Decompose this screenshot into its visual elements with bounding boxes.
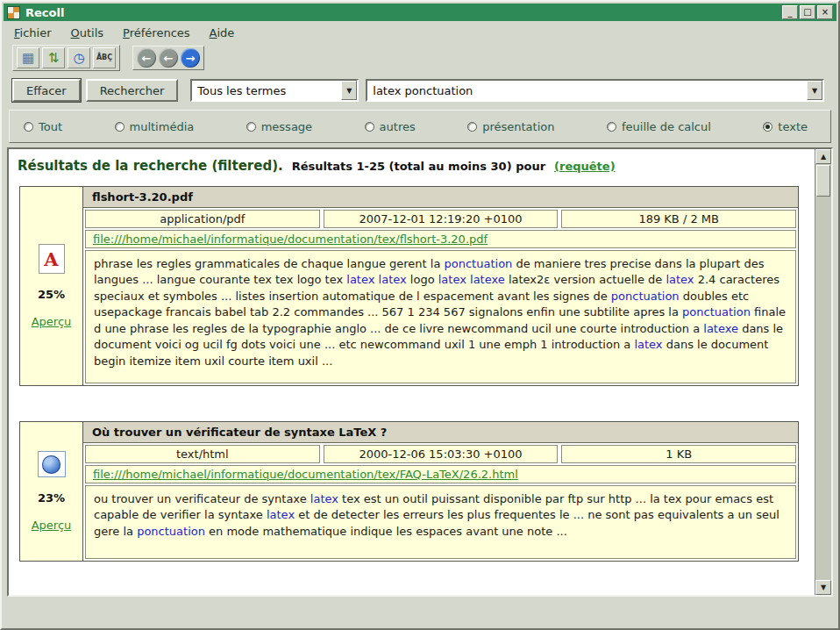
filter-tout[interactable]: Tout [24,120,62,133]
vertical-scrollbar[interactable]: ▲ ▼ [815,149,831,595]
window-title: Recoll [25,6,64,19]
filter-label: présentation [482,120,554,133]
filter-label: message [261,120,312,133]
filter-presentation[interactable]: présentation [467,120,554,133]
search-mode-select[interactable]: Tous les termes ▼ [190,79,359,102]
chevron-down-icon[interactable]: ▼ [807,81,822,100]
clear-button[interactable]: Effacer [12,79,81,102]
result-date: 2000-12-06 15:03:30 +0100 [324,445,559,463]
relevance-percent: 25% [38,288,65,301]
left-arrow-icon: ← [164,52,174,65]
result-card: 23%AperçuOù trouver un vérificateur de s… [19,421,799,562]
result-left-col: 23%Aperçu [20,422,83,561]
result-title: flshort-3.20.pdf [83,187,798,208]
menu-item-preferences[interactable]: Préférences [123,26,189,39]
radio-icon [763,122,772,132]
table-clear-icon: ▦ [22,52,34,65]
recoll-window: Recoll _ □ × FichierOutilsPréférencesAid… [0,0,840,630]
preview-link[interactable]: Aperçu [32,315,72,328]
radio-icon [365,122,374,132]
close-button[interactable]: × [817,5,833,19]
highlighted-term: latexe [703,322,738,335]
clear-search-button[interactable]: ▦ [17,47,39,68]
recoll-app-icon [7,6,20,19]
result-snippet: phrase les regles grammaticales de chaqu… [85,250,796,383]
menu-item-outils[interactable]: Outils [71,26,104,39]
highlighted-term: ponctuation [445,257,513,270]
menu-item-fichier[interactable]: Fichier [14,26,52,39]
filter-autres[interactable]: autres [365,120,416,133]
clock-icon: ◷ [73,52,84,65]
highlighted-term: ponctuation [611,290,680,303]
stats-prefix: Résultats [292,160,352,173]
scroll-up-icon[interactable]: ▲ [815,149,831,164]
next-page-button[interactable]: → [181,48,200,68]
chevron-down-icon[interactable]: ▼ [341,81,357,100]
result-url-link[interactable]: file:///home/michael/informatique/docume… [93,468,518,481]
highlighted-term: latex [310,492,338,505]
scroll-down-icon[interactable]: ▼ [815,580,831,595]
results-area: Résultats de la recherche (filtered). Ré… [9,149,815,595]
query-input[interactable]: latex ponctuation ▼ [366,79,824,102]
history-button[interactable]: ◷ [68,47,90,68]
radio-icon [607,122,616,132]
result-mime: application/pdf [85,210,320,228]
result-url-row: file:///home/michael/informatique/docume… [85,230,796,248]
result-mime: text/html [85,445,320,463]
menubar: FichierOutilsPréférencesAide [4,23,836,43]
results-list: 25%Aperçuflshort-3.20.pdfapplication/pdf… [16,186,809,562]
filter-message[interactable]: message [246,120,312,133]
update-index-button[interactable]: ⇅ [42,47,65,68]
filter-label: multimédia [130,120,195,133]
filter-feuille-de-calcul[interactable]: feuille de calcul [607,120,711,133]
scrollbar-thumb[interactable] [816,165,830,197]
relevance-percent: 23% [38,491,65,505]
html-file-icon [38,451,66,477]
result-size: 189 KB / 2 MB [561,210,796,228]
stats-range: 1-25 (total au moins 30) [356,160,511,173]
maximize-button[interactable]: □ [800,5,815,19]
result-url-row: file:///home/michael/informatique/docume… [85,465,796,483]
result-snippet: ou trouver un verificateur de syntaxe la… [85,485,796,559]
toolbar: ▦⇅◷ÂBÇ ←←→ [4,44,836,72]
prev-page-button[interactable]: ← [159,48,178,68]
filter-texte[interactable]: texte [763,120,808,133]
results-header: Résultats de la recherche (filtered). Ré… [18,158,809,174]
highlighted-term: ponctuation [682,305,751,319]
toolbar-group-main: ▦⇅◷ÂBÇ [12,45,120,71]
query-link[interactable]: (requête) [554,160,616,173]
result-card: 25%Aperçuflshort-3.20.pdfapplication/pdf… [19,186,799,386]
search-mode-value: Tous les termes [192,81,341,100]
titlebar[interactable]: Recoll _ □ × [4,4,836,21]
result-meta-row: application/pdf2007-12-01 12:19:20 +0100… [83,208,798,230]
radio-icon [467,122,477,132]
left-arrow-icon: ← [142,52,152,65]
results-title: Résultats de la recherche (filtered). [18,158,283,174]
update-arrows-icon: ⇅ [48,52,60,65]
filter-row: Toutmultimédiamessageautresprésentationf… [9,110,831,143]
result-url-link[interactable]: file:///home/michael/informatique/docume… [93,233,488,246]
spellcheck-button[interactable]: ÂBÇ [93,47,116,68]
spell-abc-icon: ÂBÇ [96,54,112,61]
filter-multimedia[interactable]: multimédia [115,120,195,133]
highlighted-term: latex latex [346,273,406,286]
scrollbar-track[interactable] [815,197,831,580]
minimize-button[interactable]: _ [782,5,798,19]
result-left-col: 25%Aperçu [20,187,83,385]
preview-link[interactable]: Aperçu [32,519,72,532]
radio-icon [24,122,33,132]
results-panel: Résultats de la recherche (filtered). Ré… [7,147,833,597]
filter-label: feuille de calcul [622,120,711,133]
toolbar-group-nav: ←←→ [132,46,204,70]
highlighted-term: latex [634,338,662,351]
status-bar [4,597,836,626]
first-page-button[interactable]: ← [137,48,156,68]
highlighted-term: ponctuation [137,525,205,538]
filter-label: Tout [39,120,62,133]
filter-label: autres [380,120,416,133]
result-main-col: Où trouver un vérificateur de syntaxe La… [83,422,798,561]
highlighted-term: latex [267,508,295,521]
search-button[interactable]: Rechercher [86,79,179,102]
menu-item-aide[interactable]: Aide [210,26,235,39]
results-stats: Résultats 1-25 (total au moins 30) pour [292,160,545,173]
